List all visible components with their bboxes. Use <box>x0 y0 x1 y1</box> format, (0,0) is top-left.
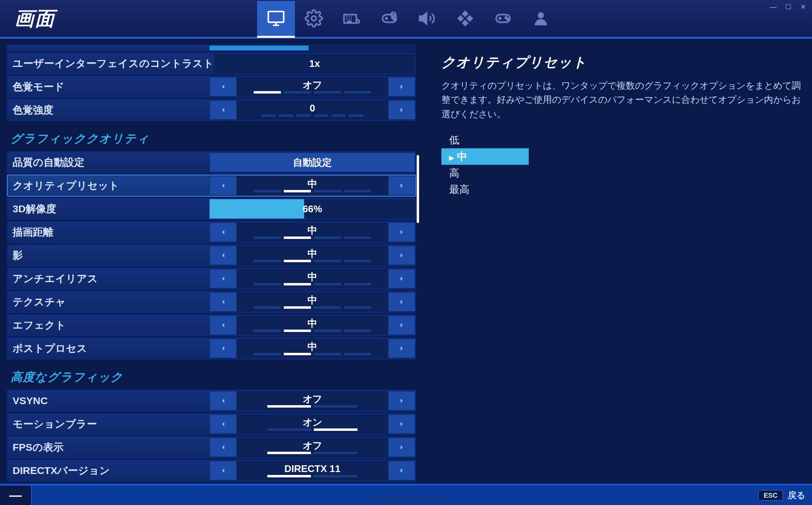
setting-directx-version[interactable]: DIRECTXバージョン DIRECTX 11 <box>7 459 416 482</box>
prev-button[interactable] <box>210 414 237 434</box>
setting-label: 品質の自動設定 <box>8 156 210 169</box>
stepper-value: 0 <box>309 103 315 113</box>
preset-option-medium[interactable]: 中 <box>441 148 529 165</box>
svg-rect-0 <box>268 12 284 22</box>
setting-post-process[interactable]: ポストプロセス 中 <box>7 337 416 360</box>
setting-label: ユーザーインターフェイスのコントラスト <box>8 57 214 70</box>
stepper-value: 中 <box>308 295 317 305</box>
section-graphics-quality: グラフィッククオリティ <box>0 122 422 150</box>
stepper-value: 中 <box>308 318 317 328</box>
setting-label: FPSの表示 <box>8 441 210 454</box>
stepper-value: オフ <box>303 394 322 404</box>
prev-button[interactable] <box>210 391 237 410</box>
preset-option-low[interactable]: 低 <box>441 132 529 148</box>
slider-3d-resolution[interactable]: 66% <box>210 199 415 219</box>
tab-controller[interactable] <box>484 1 522 38</box>
prev-button[interactable] <box>210 438 237 457</box>
setting-anti-alias[interactable]: アンチエイリアス 中 <box>7 268 416 290</box>
prev-button[interactable] <box>210 269 237 288</box>
footer-minus-button[interactable]: — <box>0 486 32 505</box>
tab-controller-config[interactable] <box>371 1 408 38</box>
next-button[interactable] <box>388 438 415 457</box>
prev-button[interactable] <box>210 461 237 480</box>
next-button[interactable] <box>388 316 415 335</box>
next-button[interactable] <box>388 269 415 288</box>
prev-button[interactable] <box>210 246 237 265</box>
stepper-value: 中 <box>308 342 317 351</box>
setting-label: ポストプロセス <box>8 342 210 355</box>
setting-texture[interactable]: テクスチャ 中 <box>7 291 416 313</box>
tab-audio[interactable] <box>408 1 446 38</box>
next-button[interactable] <box>388 339 415 358</box>
setting-label: アンチエイリアス <box>8 272 210 285</box>
controller-icon <box>494 9 512 28</box>
back-label[interactable]: 戻る <box>788 489 805 501</box>
prev-button[interactable] <box>210 316 237 335</box>
window-maximize-icon[interactable]: ☐ <box>785 3 792 11</box>
slider-ui-contrast[interactable]: 1x <box>214 54 415 73</box>
setting-label: クオリティプリセット <box>8 179 210 192</box>
prev-button[interactable] <box>210 222 237 242</box>
stepper-value: 中 <box>308 249 317 258</box>
setting-motion-blur[interactable]: モーションブラー オン <box>7 413 416 435</box>
window-minimize-icon[interactable]: — <box>770 3 777 11</box>
setting-show-fps[interactable]: FPSの表示 オフ <box>7 436 416 458</box>
svg-point-3 <box>357 20 359 23</box>
setting-ui-contrast[interactable]: ユーザーインターフェイスのコントラスト 1x <box>7 52 416 75</box>
next-button[interactable] <box>388 100 415 120</box>
next-button[interactable] <box>388 414 415 434</box>
tab-settings[interactable] <box>295 1 333 38</box>
prev-button[interactable] <box>210 176 237 195</box>
section-advanced-graphics: 高度なグラフィック <box>0 361 422 389</box>
svg-point-1 <box>311 16 316 21</box>
setting-label: 3D解像度 <box>8 202 210 216</box>
tab-bar <box>257 0 560 37</box>
setting-shadows[interactable]: 影 中 <box>7 244 416 267</box>
next-button[interactable] <box>388 222 415 242</box>
speaker-icon <box>418 9 437 28</box>
setting-effect[interactable]: エフェクト 中 <box>7 314 416 336</box>
stepper-value: DIRECTX 11 <box>284 464 341 473</box>
gear-icon <box>305 9 323 28</box>
window-close-icon[interactable]: ✕ <box>800 3 806 11</box>
next-button[interactable] <box>388 292 415 312</box>
next-button[interactable] <box>388 461 415 480</box>
prev-button[interactable] <box>210 77 237 96</box>
stepper-value: オフ <box>303 441 322 450</box>
setting-label: テクスチャ <box>8 295 210 309</box>
prev-button[interactable] <box>210 339 237 358</box>
svg-point-8 <box>538 12 544 18</box>
tab-keyboard-mouse[interactable] <box>333 1 371 38</box>
setting-label: モーションブラー <box>8 417 210 431</box>
setting-vsync[interactable]: VSYNC オフ <box>7 390 416 412</box>
scrollbar-thumb[interactable] <box>417 155 419 223</box>
stepper-value: オン <box>303 417 322 427</box>
controller-gear-icon <box>380 9 399 28</box>
prev-button[interactable] <box>210 100 237 120</box>
setting-3d-resolution[interactable]: 3D解像度 66% <box>7 198 416 220</box>
stepper-value: 中 <box>308 225 317 235</box>
tab-display[interactable] <box>257 1 295 38</box>
next-button[interactable] <box>388 246 415 265</box>
preset-option-high[interactable]: 高 <box>441 165 529 181</box>
prev-button[interactable] <box>210 292 237 312</box>
setting-label: DIRECTXバージョン <box>8 464 210 477</box>
setting-color-mode[interactable]: 色覚モード オフ <box>7 76 416 98</box>
setting-color-strength[interactable]: 色覚強度 0 <box>7 99 416 121</box>
setting-quality-preset[interactable]: クオリティプリセット 中 <box>7 174 416 197</box>
svg-point-5 <box>393 18 395 20</box>
setting-auto-quality[interactable]: 品質の自動設定 自動設定 <box>7 151 416 174</box>
next-button[interactable] <box>388 176 415 195</box>
auto-quality-button[interactable]: 自動設定 <box>210 153 415 172</box>
tab-accessibility[interactable] <box>446 1 484 38</box>
next-button[interactable] <box>388 77 415 96</box>
dpad-icon <box>456 9 474 28</box>
info-title: クオリティプリセット <box>441 53 802 72</box>
setting-brightness-partial[interactable] <box>7 45 416 51</box>
next-button[interactable] <box>388 391 415 410</box>
stepper-value: 中 <box>308 179 317 189</box>
setting-view-distance[interactable]: 描画距離 中 <box>7 221 416 243</box>
person-icon <box>532 9 550 28</box>
preset-option-epic[interactable]: 最高 <box>441 181 529 198</box>
tab-account[interactable] <box>522 1 560 38</box>
